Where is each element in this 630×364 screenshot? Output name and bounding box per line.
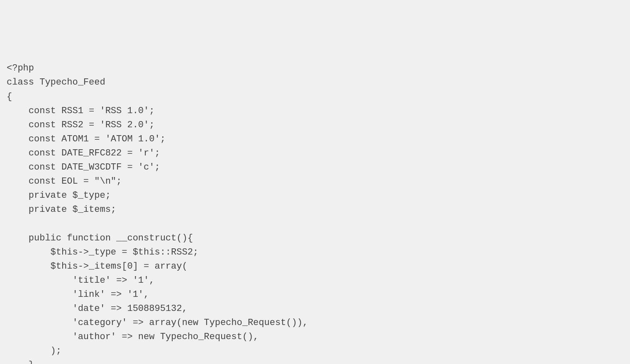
code-line: const ATOM1 = 'ATOM 1.0'; (7, 134, 166, 144)
code-line: 'link' => '1', (7, 289, 149, 300)
code-line: ); (7, 346, 61, 356)
code-line: { (7, 92, 12, 102)
code-line: class Typecho_Feed (7, 77, 105, 87)
code-line: const EOL = "\n"; (7, 176, 122, 187)
code-line: $this->_type = $this::RSS2; (7, 247, 198, 257)
code-line: $this->_items[0] = array( (7, 261, 188, 272)
code-line: 'date' => 1508895132, (7, 303, 188, 314)
code-line: 'category' => array(new Typecho_Request(… (7, 318, 308, 328)
code-line: } (7, 360, 34, 364)
code-block: <?php class Typecho_Feed { const RSS1 = … (7, 61, 623, 364)
code-line: private $_type; (7, 190, 111, 201)
code-line: const RSS1 = 'RSS 1.0'; (7, 106, 154, 116)
code-line: const RSS2 = 'RSS 2.0'; (7, 120, 154, 130)
code-line: public function __construct(){ (7, 233, 193, 243)
code-line: 'title' => '1', (7, 275, 154, 286)
code-line: const DATE_W3CDTF = 'c'; (7, 162, 160, 172)
code-line: <?php (7, 63, 34, 73)
code-line: 'author' => new Typecho_Request(), (7, 332, 259, 342)
code-line: const DATE_RFC822 = 'r'; (7, 148, 160, 158)
code-line: private $_items; (7, 204, 116, 215)
